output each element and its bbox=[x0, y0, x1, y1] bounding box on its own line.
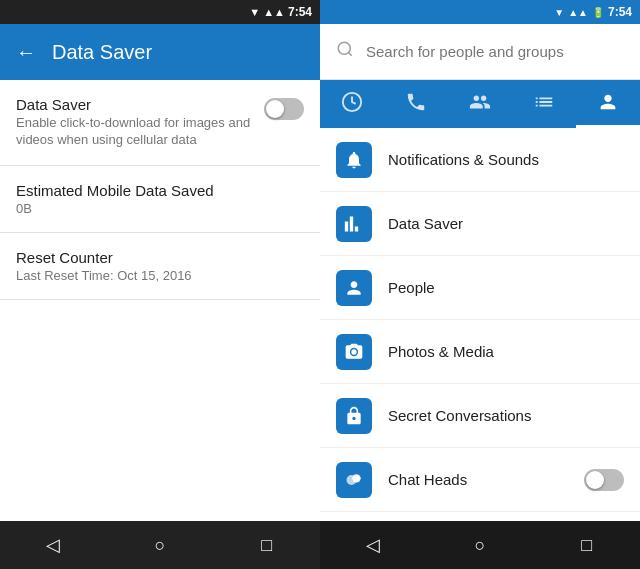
tab-list[interactable] bbox=[512, 80, 576, 128]
people-icon-wrap bbox=[336, 270, 372, 306]
menu-chat-heads[interactable]: Chat Heads bbox=[320, 448, 640, 512]
nav-right: ◁ ○ □ bbox=[320, 521, 640, 569]
notifications-icon-wrap bbox=[336, 142, 372, 178]
chat-heads-icon bbox=[344, 470, 364, 490]
secret-icon-wrap bbox=[336, 398, 372, 434]
data-saver-desc: Enable click-to-download for images and … bbox=[16, 115, 252, 149]
people-label: People bbox=[388, 279, 624, 296]
left-panel: ← Data Saver Data Saver Enable click-to-… bbox=[0, 24, 320, 521]
chat-heads-toggle[interactable] bbox=[584, 469, 624, 491]
status-bar-right: ▼ ▲▲ 🔋 7:54 bbox=[320, 0, 640, 24]
search-input[interactable] bbox=[366, 43, 624, 60]
svg-line-1 bbox=[348, 52, 351, 55]
right-panel: Notifications & Sounds Data Saver bbox=[320, 24, 640, 521]
chat-heads-toggle-knob bbox=[586, 471, 604, 489]
recents-nav-button[interactable]: □ bbox=[247, 525, 287, 565]
menu-photos[interactable]: Photos & Media bbox=[320, 320, 640, 384]
person-icon bbox=[344, 278, 364, 298]
list-icon bbox=[533, 91, 555, 118]
estimated-data-label: Estimated Mobile Data Saved bbox=[16, 182, 304, 199]
data-saver-menu-label: Data Saver bbox=[388, 215, 624, 232]
settings-list: Notifications & Sounds Data Saver bbox=[320, 128, 640, 521]
menu-people[interactable]: People bbox=[320, 256, 640, 320]
estimated-data-value: 0B bbox=[16, 201, 304, 216]
notifications-label: Notifications & Sounds bbox=[388, 151, 624, 168]
status-time-left: 7:54 bbox=[288, 5, 312, 19]
clock-icon bbox=[341, 91, 363, 118]
tab-calls[interactable] bbox=[384, 80, 448, 128]
back-nav-button[interactable]: ◁ bbox=[33, 525, 73, 565]
secret-label: Secret Conversations bbox=[388, 407, 624, 424]
tab-account[interactable] bbox=[576, 80, 640, 128]
tab-recent[interactable] bbox=[320, 80, 384, 128]
signal-icon-right: ▲▲ bbox=[568, 7, 588, 18]
photos-label: Photos & Media bbox=[388, 343, 624, 360]
nav-left: ◁ ○ □ bbox=[0, 521, 320, 569]
status-time-right: 7:54 bbox=[608, 5, 632, 19]
account-icon bbox=[597, 91, 619, 118]
nav-bar: ◁ ○ □ ◁ ○ □ bbox=[0, 521, 640, 569]
left-header: ← Data Saver bbox=[0, 24, 320, 80]
search-icon bbox=[336, 40, 354, 63]
data-saver-toggle-knob bbox=[266, 100, 284, 118]
lock-icon bbox=[344, 406, 364, 426]
svg-point-4 bbox=[352, 474, 360, 482]
reset-counter-value: Last Reset Time: Oct 15, 2016 bbox=[16, 268, 304, 283]
reset-counter-label: Reset Counter bbox=[16, 249, 304, 266]
camera-icon bbox=[344, 342, 364, 362]
status-icons-left: ▼ ▲▲ 7:54 bbox=[249, 5, 312, 19]
menu-secret[interactable]: Secret Conversations bbox=[320, 384, 640, 448]
data-saver-setting: Data Saver Enable click-to-download for … bbox=[0, 80, 320, 166]
svg-point-0 bbox=[338, 42, 350, 54]
back-nav-button-right[interactable]: ◁ bbox=[353, 525, 393, 565]
estimated-data-item: Estimated Mobile Data Saved 0B bbox=[0, 166, 320, 233]
battery-icon: 🔋 bbox=[592, 7, 604, 18]
search-bar bbox=[320, 24, 640, 80]
wifi-icon-right: ▼ bbox=[554, 7, 564, 18]
phone-icon bbox=[405, 91, 427, 118]
status-bar-left: ▼ ▲▲ 7:54 bbox=[0, 0, 320, 24]
data-saver-label: Data Saver bbox=[16, 96, 252, 113]
chat-heads-label: Chat Heads bbox=[388, 471, 568, 488]
back-button[interactable]: ← bbox=[16, 41, 36, 64]
people-icon bbox=[469, 91, 491, 118]
bell-icon bbox=[344, 150, 364, 170]
left-panel-title: Data Saver bbox=[52, 41, 152, 64]
menu-data-saver[interactable]: Data Saver bbox=[320, 192, 640, 256]
wifi-icon: ▼ bbox=[249, 6, 260, 18]
recents-nav-button-right[interactable]: □ bbox=[567, 525, 607, 565]
home-nav-button-right[interactable]: ○ bbox=[460, 525, 500, 565]
status-bar: ▼ ▲▲ 7:54 ▼ ▲▲ 🔋 7:54 bbox=[0, 0, 640, 24]
tab-people[interactable] bbox=[448, 80, 512, 128]
home-nav-button[interactable]: ○ bbox=[140, 525, 180, 565]
signal-icon bbox=[344, 214, 364, 234]
menu-notifications[interactable]: Notifications & Sounds bbox=[320, 128, 640, 192]
signal-icon-left: ▲▲ bbox=[263, 6, 285, 18]
left-body: Data Saver Enable click-to-download for … bbox=[0, 80, 320, 521]
data-saver-icon-wrap bbox=[336, 206, 372, 242]
tab-bar bbox=[320, 80, 640, 128]
data-saver-toggle[interactable] bbox=[264, 98, 304, 120]
chat-heads-icon-wrap bbox=[336, 462, 372, 498]
reset-counter-item: Reset Counter Last Reset Time: Oct 15, 2… bbox=[0, 233, 320, 300]
photos-icon-wrap bbox=[336, 334, 372, 370]
main-content: ← Data Saver Data Saver Enable click-to-… bbox=[0, 24, 640, 521]
